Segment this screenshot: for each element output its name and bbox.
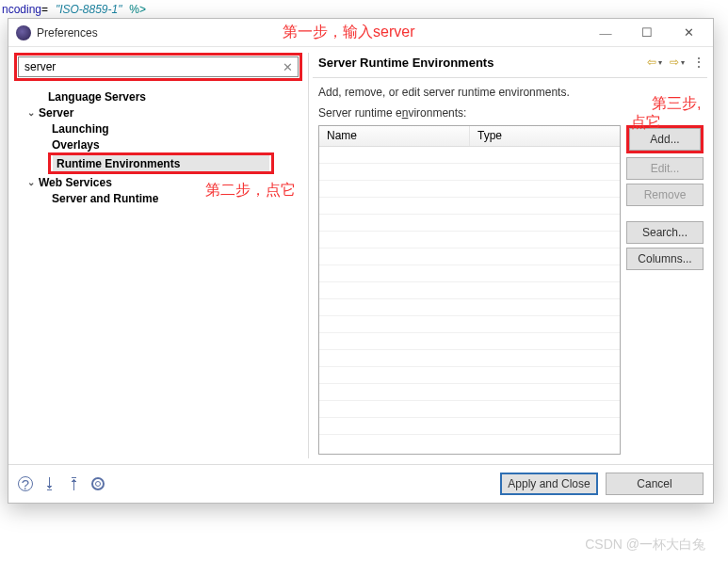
help-icon[interactable]: ? bbox=[18, 476, 33, 491]
table-row bbox=[319, 282, 620, 299]
table-row bbox=[319, 265, 620, 282]
table-row bbox=[319, 316, 620, 333]
dialog-footer: ? ⭳ ⭱ Apply and Close Cancel bbox=[8, 464, 713, 503]
export-icon[interactable]: ⭱ bbox=[67, 475, 82, 492]
tree-label: Overlays bbox=[52, 138, 100, 152]
tree-item-launching[interactable]: Launching bbox=[14, 120, 302, 136]
tree-label: Server and Runtime bbox=[52, 192, 158, 205]
runtime-highlight-box: Runtime Environments bbox=[48, 152, 274, 174]
back-icon[interactable]: ⇦ bbox=[647, 56, 656, 69]
minimize-button[interactable]: — bbox=[585, 20, 626, 46]
view-menu-icon[interactable]: ⋮ bbox=[692, 55, 705, 70]
chevron-down-icon: ⌄ bbox=[27, 107, 37, 118]
panel-description: Add, remove, or edit server runtime envi… bbox=[313, 78, 707, 104]
preferences-tree[interactable]: Language Servers ⌄Server Launching Overl… bbox=[14, 85, 302, 206]
window-title: Preferences bbox=[37, 26, 585, 40]
oomph-icon[interactable] bbox=[91, 477, 105, 490]
preferences-window: Preferences — ☐ ✕ ✕ Language Servers ⌄Se… bbox=[8, 18, 714, 504]
table-row bbox=[319, 215, 620, 232]
tree-label: Launching bbox=[52, 122, 109, 136]
search-button[interactable]: Search... bbox=[626, 221, 704, 244]
table-row bbox=[319, 333, 620, 350]
tree-label: Runtime Environments bbox=[57, 157, 180, 170]
table-header: Name Type bbox=[319, 126, 620, 147]
column-type[interactable]: Type bbox=[470, 126, 620, 146]
tree-item-web-services[interactable]: ⌄Web Services bbox=[14, 174, 302, 190]
button-column: Add... Edit... Remove Search... Columns.… bbox=[626, 125, 704, 455]
right-panel: Server Runtime Environments ⇦▾ ⇨▾ ⋮ Add,… bbox=[308, 53, 707, 458]
tree-item-language-servers[interactable]: Language Servers bbox=[14, 88, 302, 104]
tree-label: Server bbox=[39, 106, 73, 120]
back-dropdown-icon[interactable]: ▾ bbox=[658, 58, 662, 67]
search-input[interactable] bbox=[18, 56, 299, 77]
tree-item-overlays[interactable]: Overlays bbox=[14, 136, 302, 152]
table-row bbox=[319, 147, 620, 164]
tree-item-server[interactable]: ⌄Server bbox=[14, 104, 302, 120]
table-row bbox=[319, 367, 620, 384]
chevron-down-icon: ⌄ bbox=[27, 177, 37, 187]
tree-item-runtime-environments[interactable]: Runtime Environments bbox=[53, 155, 269, 171]
watermark: CSDN @一杯大白兔 bbox=[585, 537, 705, 553]
code-fragment: ncoding= "ISO-8859-1" %> bbox=[0, 0, 728, 16]
tree-label: Web Services bbox=[39, 176, 112, 189]
apply-and-close-button[interactable]: Apply and Close bbox=[500, 473, 598, 495]
maximize-button[interactable]: ☐ bbox=[626, 20, 668, 46]
eclipse-icon bbox=[16, 25, 31, 40]
table-row bbox=[319, 232, 620, 248]
left-panel: ✕ Language Servers ⌄Server Launching Ove… bbox=[14, 53, 302, 458]
cancel-button[interactable]: Cancel bbox=[606, 473, 704, 495]
table-row bbox=[319, 350, 620, 367]
table-label: Server runtime environments: bbox=[313, 104, 707, 125]
table-row bbox=[319, 401, 620, 418]
table-row bbox=[319, 181, 620, 198]
tree-item-server-and-runtime[interactable]: Server and Runtime bbox=[14, 190, 302, 206]
remove-button: Remove bbox=[626, 184, 704, 206]
table-row bbox=[319, 248, 620, 265]
forward-dropdown-icon[interactable]: ▾ bbox=[681, 58, 685, 67]
panel-title: Server Runtime Environments bbox=[318, 56, 647, 70]
edit-button: Edit... bbox=[626, 157, 704, 180]
clear-search-icon[interactable]: ✕ bbox=[283, 60, 293, 74]
runtime-table[interactable]: Name Type bbox=[318, 125, 621, 455]
table-row bbox=[319, 384, 620, 401]
search-highlight-box: ✕ bbox=[14, 53, 302, 81]
forward-icon[interactable]: ⇨ bbox=[670, 56, 679, 69]
nav-arrows: ⇦▾ ⇨▾ ⋮ bbox=[647, 55, 705, 70]
table-row bbox=[319, 299, 620, 316]
table-row bbox=[319, 418, 620, 435]
columns-button[interactable]: Columns... bbox=[626, 248, 704, 270]
import-icon[interactable]: ⭳ bbox=[42, 475, 57, 492]
close-button[interactable]: ✕ bbox=[668, 20, 709, 46]
table-row bbox=[319, 164, 620, 181]
table-row bbox=[319, 198, 620, 215]
add-highlight-box: Add... bbox=[626, 125, 704, 153]
titlebar: Preferences — ☐ ✕ bbox=[8, 19, 713, 47]
add-button[interactable]: Add... bbox=[629, 128, 701, 151]
column-name[interactable]: Name bbox=[319, 126, 470, 146]
tree-label: Language Servers bbox=[48, 90, 146, 104]
